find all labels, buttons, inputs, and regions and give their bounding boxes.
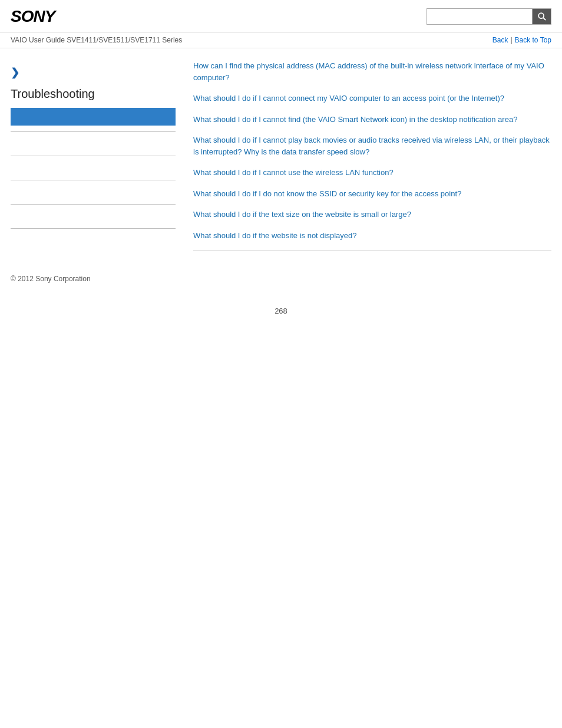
content-link-7[interactable]: What should I do if the text size on the… xyxy=(193,209,551,220)
sidebar-item-4[interactable] xyxy=(11,210,176,222)
search-icon xyxy=(537,12,547,21)
search-input[interactable] xyxy=(427,8,533,25)
nav-separator: | xyxy=(510,36,512,44)
header: SONY xyxy=(0,0,562,32)
content-link-4[interactable]: What should I do if I cannot play back m… xyxy=(193,134,551,157)
sidebar: ❯ Troubleshooting xyxy=(11,60,187,251)
content-link-8[interactable]: What should I do if the website is not d… xyxy=(193,230,551,242)
sidebar-divider-3 xyxy=(11,180,176,180)
sidebar-divider-4 xyxy=(11,204,176,205)
sidebar-divider-2 xyxy=(11,156,176,156)
footer: © 2012 Sony Corporation xyxy=(0,263,562,289)
content-area: How can I find the physical address (MAC… xyxy=(187,60,551,251)
search-button[interactable] xyxy=(533,8,551,25)
guide-title: VAIO User Guide SVE1411/SVE1511/SVE1711 … xyxy=(11,36,182,44)
svg-point-0 xyxy=(538,13,544,18)
sidebar-title: Troubleshooting xyxy=(11,87,176,101)
main-container: ❯ Troubleshooting How can I find the phy… xyxy=(0,48,562,263)
copyright: © 2012 Sony Corporation xyxy=(11,275,91,283)
breadcrumb-arrow: ❯ xyxy=(11,66,176,79)
content-link-3[interactable]: What should I do if I cannot find (the V… xyxy=(193,114,551,126)
sidebar-divider-1 xyxy=(11,131,176,132)
back-to-top-link[interactable]: Back to Top xyxy=(515,36,551,44)
content-link-6[interactable]: What should I do if I do not know the SS… xyxy=(193,188,551,200)
sidebar-item-1[interactable] xyxy=(11,138,176,150)
svg-line-1 xyxy=(543,18,546,20)
nav-links: Back | Back to Top xyxy=(492,36,551,44)
sidebar-active-item[interactable] xyxy=(11,108,176,126)
search-area xyxy=(427,8,551,25)
content-link-1[interactable]: How can I find the physical address (MAC… xyxy=(193,60,551,83)
content-link-2[interactable]: What should I do if I cannot connect my … xyxy=(193,93,551,104)
page-number: 268 xyxy=(0,289,562,327)
content-bottom-divider xyxy=(193,251,551,251)
nav-bar: VAIO User Guide SVE1411/SVE1511/SVE1711 … xyxy=(0,32,562,48)
sidebar-item-2[interactable] xyxy=(11,162,176,174)
sidebar-divider-5 xyxy=(11,228,176,229)
sidebar-item-3[interactable] xyxy=(11,186,176,198)
content-link-5[interactable]: What should I do if I cannot use the wir… xyxy=(193,167,551,179)
back-link[interactable]: Back xyxy=(492,36,508,44)
sony-logo: SONY xyxy=(11,7,55,26)
